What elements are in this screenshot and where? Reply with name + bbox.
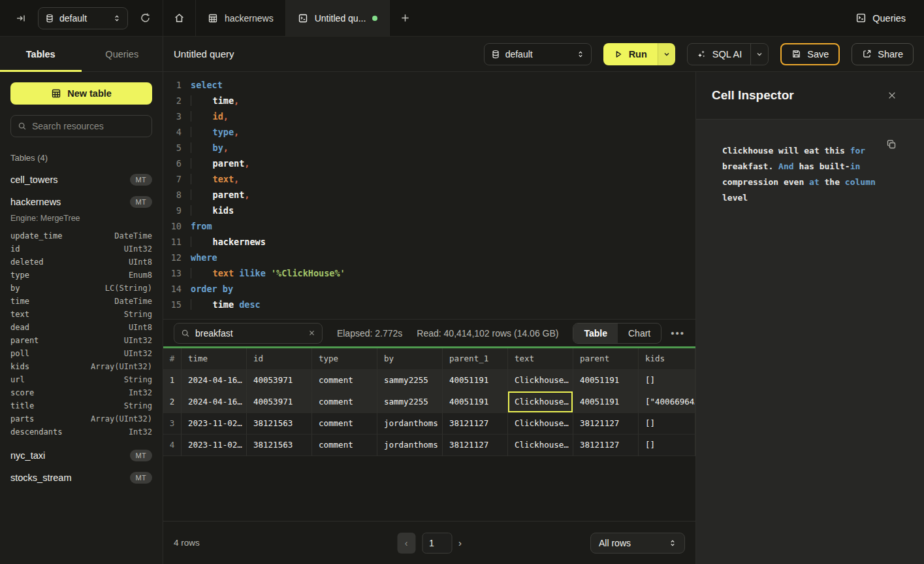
row-index-cell[interactable]: 4 bbox=[163, 435, 182, 456]
table-cell[interactable]: comment bbox=[312, 413, 377, 435]
page-size-selector[interactable]: All rows bbox=[590, 533, 685, 554]
new-table-button[interactable]: New table bbox=[10, 82, 152, 105]
search-icon bbox=[18, 122, 27, 131]
run-options-button[interactable] bbox=[658, 43, 675, 65]
close-inspector-button[interactable] bbox=[885, 88, 899, 103]
row-index-cell[interactable]: 2 bbox=[163, 391, 182, 413]
prev-page-button[interactable]: ‹ bbox=[397, 533, 415, 554]
table-cell[interactable]: 38121127 bbox=[443, 435, 508, 456]
refresh-button[interactable] bbox=[137, 10, 153, 26]
results-search-input[interactable] bbox=[195, 328, 303, 339]
column-item[interactable]: typeEnum8 bbox=[10, 269, 152, 282]
view-toggle-table[interactable]: Table bbox=[573, 323, 618, 343]
table-cell[interactable]: [] bbox=[639, 370, 695, 391]
tab-untitled-query[interactable]: Untitled qu... bbox=[286, 0, 390, 36]
table-cell[interactable]: [] bbox=[639, 413, 695, 435]
column-header-time[interactable]: time bbox=[182, 348, 247, 370]
table-cell[interactable]: sammy2255 bbox=[377, 370, 443, 391]
tab-home[interactable] bbox=[163, 0, 196, 36]
column-item[interactable]: timeDateTime bbox=[10, 295, 152, 308]
row-index-cell[interactable]: 1 bbox=[163, 370, 182, 391]
column-item[interactable]: scoreInt32 bbox=[10, 386, 152, 399]
sidebar-scroll-area[interactable]: Tables (4) cell_towersMThackernewsMTEngi… bbox=[0, 149, 163, 564]
table-cell[interactable]: 38121127 bbox=[443, 413, 508, 435]
table-cell[interactable]: 38121563 bbox=[247, 435, 312, 456]
copy-cell-button[interactable] bbox=[886, 139, 897, 150]
table-cell[interactable]: Clickhouse… bbox=[508, 435, 573, 456]
table-cell[interactable]: 2023-11-02… bbox=[182, 435, 247, 456]
table-cell[interactable]: [] bbox=[639, 435, 695, 456]
column-item[interactable]: kidsArray(UInt32) bbox=[10, 360, 152, 373]
table-cell[interactable]: comment bbox=[312, 391, 377, 413]
table-cell[interactable]: 38121563 bbox=[247, 413, 312, 435]
column-item[interactable]: titleString bbox=[10, 399, 152, 412]
view-toggle-chart[interactable]: Chart bbox=[618, 323, 661, 343]
column-item[interactable]: deletedUInt8 bbox=[10, 256, 152, 269]
resource-search-input[interactable] bbox=[32, 121, 145, 131]
table-cell[interactable]: Clickhouse… bbox=[508, 370, 573, 391]
column-item[interactable]: update_timeDateTime bbox=[10, 229, 152, 242]
table-cell[interactable]: ["40066964… bbox=[639, 391, 695, 413]
table-cell[interactable]: 40051191 bbox=[573, 391, 639, 413]
table-item[interactable]: stocks_streamMT bbox=[10, 470, 152, 486]
save-button[interactable]: Save bbox=[780, 43, 840, 65]
sql-editor[interactable]: 1select2 time,3 id,4 type,5 by,6 parent,… bbox=[163, 72, 695, 319]
sidebar-tab-queries[interactable]: Queries bbox=[82, 37, 163, 71]
table-cell[interactable]: sammy2255 bbox=[377, 391, 443, 413]
column-item[interactable]: deadUInt8 bbox=[10, 321, 152, 334]
line-code: text ilike '%ClickHouse%' bbox=[191, 265, 345, 281]
column-item[interactable]: pollUInt32 bbox=[10, 347, 152, 360]
column-item[interactable]: parentUInt32 bbox=[10, 334, 152, 347]
row-index-cell[interactable]: 3 bbox=[163, 413, 182, 435]
column-header-by[interactable]: by bbox=[377, 348, 443, 370]
column-header-parent[interactable]: parent bbox=[573, 348, 639, 370]
table-item[interactable]: cell_towersMT bbox=[10, 172, 152, 188]
table-cell[interactable]: jordanthoms bbox=[377, 435, 443, 456]
table-item[interactable]: hackernewsMT bbox=[10, 194, 152, 210]
clear-search-icon[interactable] bbox=[308, 329, 315, 337]
sql-ai-button[interactable]: SQL AI bbox=[688, 44, 750, 65]
more-options-icon[interactable]: ••• bbox=[671, 327, 685, 339]
query-database-selector[interactable]: default bbox=[484, 43, 592, 65]
column-header-kids[interactable]: kids bbox=[639, 348, 695, 370]
editor-line: 6 parent, bbox=[163, 156, 695, 171]
next-page-button[interactable]: › bbox=[458, 537, 462, 548]
table-cell[interactable]: 40051191 bbox=[443, 391, 508, 413]
new-tab-button[interactable] bbox=[390, 0, 421, 36]
table-cell[interactable]: 2023-11-02… bbox=[182, 413, 247, 435]
run-button[interactable]: Run bbox=[603, 43, 658, 65]
table-cell[interactable]: 40051191 bbox=[573, 370, 639, 391]
column-item[interactable]: descendantsInt32 bbox=[10, 425, 152, 439]
table-cell[interactable]: Clickhouse… bbox=[508, 413, 573, 435]
column-header-type[interactable]: type bbox=[312, 348, 377, 370]
column-item[interactable]: textString bbox=[10, 308, 152, 321]
table-cell[interactable]: 40053971 bbox=[247, 391, 312, 413]
sql-ai-options-button[interactable] bbox=[750, 44, 768, 65]
column-item[interactable]: urlString bbox=[10, 373, 152, 386]
column-header-parent_1[interactable]: parent_1 bbox=[443, 348, 508, 370]
column-header-text[interactable]: text bbox=[508, 348, 573, 370]
table-cell[interactable]: 38121127 bbox=[573, 435, 639, 456]
queries-button[interactable]: Queries bbox=[837, 0, 924, 36]
table-cell[interactable]: comment bbox=[312, 370, 377, 391]
share-button[interactable]: Share bbox=[852, 43, 914, 65]
table-cell[interactable]: Clickhouse… bbox=[508, 391, 573, 413]
column-header-index[interactable]: # bbox=[163, 348, 182, 370]
column-item[interactable]: idUInt32 bbox=[10, 242, 152, 256]
sidebar-tab-tables[interactable]: Tables bbox=[0, 37, 82, 71]
table-cell[interactable]: jordanthoms bbox=[377, 413, 443, 435]
table-cell[interactable]: 2024-04-16… bbox=[182, 370, 247, 391]
table-cell[interactable]: 40053971 bbox=[247, 370, 312, 391]
table-cell[interactable]: comment bbox=[312, 435, 377, 456]
table-cell[interactable]: 40051191 bbox=[443, 370, 508, 391]
collapse-sidebar-button[interactable] bbox=[13, 10, 29, 26]
table-cell[interactable]: 2024-04-16… bbox=[182, 391, 247, 413]
column-item[interactable]: partsArray(UInt32) bbox=[10, 412, 152, 425]
column-header-id[interactable]: id bbox=[247, 348, 312, 370]
column-item[interactable]: byLC(String) bbox=[10, 282, 152, 295]
tab-hackernews[interactable]: hackernews bbox=[196, 0, 286, 36]
table-cell[interactable]: 38121127 bbox=[573, 413, 639, 435]
table-item[interactable]: nyc_taxiMT bbox=[10, 448, 152, 463]
page-number-input[interactable] bbox=[422, 533, 452, 554]
topbar-database-selector[interactable]: default bbox=[38, 7, 128, 29]
